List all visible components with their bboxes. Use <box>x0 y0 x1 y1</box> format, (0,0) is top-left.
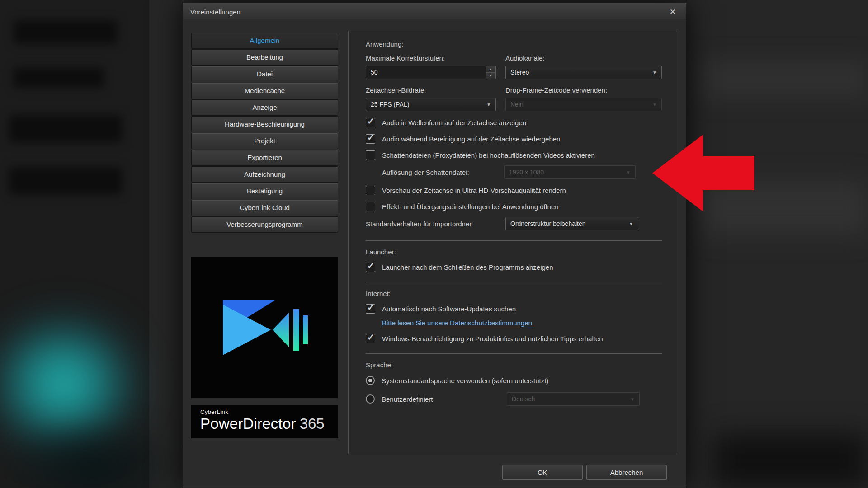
selected-value: Nein <box>510 101 524 108</box>
max-correction-label: Maximale Korrekturstufen: <box>366 54 505 62</box>
selected-value: 25 FPS (PAL) <box>371 101 409 108</box>
dropframe-label: Drop-Frame-Zeitcode verwenden: <box>505 86 677 94</box>
stepper-buttons: ▲ ▼ <box>486 66 495 79</box>
checkbox-windows-notifications[interactable]: ✓ Windows-Benachrichtigung zu Produktinf… <box>366 334 662 343</box>
sidebar-item-label: Verbesserungsprogramm <box>226 221 302 228</box>
brand-product: PowerDirector <box>200 415 296 432</box>
dropdown-arrow-icon: ▼ <box>486 102 491 107</box>
radio-system-language[interactable]: Systemstandardsprache verwenden (sofern … <box>366 376 662 385</box>
sidebar-item-label: Allgemein <box>250 37 280 44</box>
selected-value: 868 x 488 <box>509 169 544 176</box>
dialog-footer: OK Abbrechen <box>502 465 667 480</box>
sidebar-item-label: Aufzeichnung <box>244 170 285 178</box>
sidebar-item-exportieren[interactable]: Exportieren <box>191 150 338 166</box>
section-anwendung-heading: Anwendung: <box>366 40 662 48</box>
framerate-label: Zeitachsen-Bildrate: <box>366 86 505 94</box>
sidebar-item-verbesserungsprogramm[interactable]: Verbesserungsprogramm <box>191 216 338 233</box>
checkbox-label: Launcher nach dem Schließen des Programm… <box>382 263 553 271</box>
background-blur-shape <box>9 115 122 142</box>
checkbox-uhd-preview[interactable]: Vorschau der Zeitachse in Ultra HD-Vorsc… <box>366 186 662 195</box>
dropdown-arrow-icon: ▼ <box>652 102 657 107</box>
sidebar-item-anzeige[interactable]: Anzeige <box>191 99 338 116</box>
selected-value: Ordnerstruktur beibehalten <box>510 220 586 227</box>
powerdirector-logo <box>191 257 338 398</box>
selected-value: Stereo <box>510 69 529 76</box>
section-sprache-heading: Sprache: <box>366 361 662 369</box>
sidebar-item-label: Datei <box>257 70 273 78</box>
dropdown-arrow-icon: ▼ <box>652 70 657 75</box>
checkbox-audio-scrub[interactable]: ✓ Audio während Bereinigung auf der Zeit… <box>366 134 662 144</box>
checkbox-checked-icon: ✓ <box>366 263 375 272</box>
background-blur-shape <box>14 20 118 44</box>
checkbox-label: Audio während Bereinigung auf der Zeitac… <box>382 135 560 143</box>
background-blur-shape <box>9 167 122 194</box>
max-correction-input[interactable] <box>366 66 486 79</box>
audio-channels-label: Audiokanäle: <box>505 54 677 62</box>
checkbox-label: Effekt- und Übergangseinstellungen bei A… <box>382 203 559 211</box>
sidebar-item-bearbeitung[interactable]: Bearbeitung <box>191 49 338 66</box>
sidebar-item-bestaetigung[interactable]: Bestätigung <box>191 183 338 199</box>
sidebar-item-hardware[interactable]: Hardware-Beschleunigung <box>191 116 338 132</box>
shadow-resolution-label: Auflösung der Schattendatei: <box>382 169 504 176</box>
spinner-down-icon[interactable]: ▼ <box>486 72 495 79</box>
framerate-field: Zeitachsen-Bildrate: 25 FPS (PAL) ▼ <box>366 86 505 111</box>
sidebar-item-label: Anzeige <box>252 103 277 111</box>
sidebar-item-cyberlink-cloud[interactable]: CyberLink Cloud <box>191 200 338 216</box>
sidebar-item-datei[interactable]: Datei <box>191 66 338 82</box>
background-dark-blob <box>0 407 208 488</box>
checkbox-unchecked-icon <box>366 186 375 195</box>
radio-custom-language[interactable]: Benutzerdefiniert Deutsch ▼ <box>366 392 662 406</box>
audio-channels-select[interactable]: Stereo ▼ <box>505 66 662 79</box>
max-correction-stepper[interactable]: ▲ ▼ <box>366 66 496 79</box>
custom-language-select: Deutsch ▼ <box>507 392 640 406</box>
dropdown-arrow-icon: ▼ <box>629 221 633 226</box>
sidebar-item-allgemein[interactable]: Allgemein <box>191 33 338 49</box>
import-folder-select[interactable]: Ordnerstruktur beibehalten ▼ <box>505 217 638 230</box>
checkbox-unchecked-icon <box>366 150 375 160</box>
privacy-policy-link[interactable]: Bitte lesen Sie unsere Datenschutzbestim… <box>382 319 532 327</box>
checkbox-audio-waveform[interactable]: ✓ Audio in Wellenform auf der Zeitachse … <box>366 118 662 127</box>
selected-value: Deutsch <box>512 395 535 403</box>
import-folder-row: Standardverhalten für Importordner Ordne… <box>366 217 662 230</box>
powerdirector-logo-icon <box>217 294 312 361</box>
checkbox-shadow-files[interactable]: Schattendateien (Proxydateien) bei hocha… <box>366 150 662 160</box>
sidebar-item-mediencache[interactable]: Mediencache <box>191 83 338 99</box>
section-divider <box>366 353 662 354</box>
checkbox-software-updates[interactable]: ✓ Automatisch nach Software-Updates such… <box>366 304 662 314</box>
cancel-button[interactable]: Abbrechen <box>586 465 667 480</box>
brand-banner: CyberLink PowerDirector365 <box>191 405 338 438</box>
checkbox-launcher[interactable]: ✓ Launcher nach dem Schließen des Progra… <box>366 263 662 272</box>
checkbox-label: Audio in Wellenform auf der Zeitachse an… <box>382 119 526 127</box>
checkbox-checked-icon: ✓ <box>366 334 375 343</box>
sidebar-item-label: Mediencache <box>245 87 285 94</box>
background-blur-shape <box>714 434 868 488</box>
category-sidebar: Allgemein Bearbeitung Datei Mediencache … <box>191 33 338 233</box>
radio-selected-icon <box>366 376 375 385</box>
background-blur-shape <box>14 68 104 88</box>
import-folder-label: Standardverhalten für Importordner <box>366 220 505 228</box>
checkbox-label: Vorschau der Zeitachse in Ultra HD-Vorsc… <box>382 187 566 194</box>
section-divider <box>366 240 662 241</box>
close-icon[interactable]: ✕ <box>667 7 679 17</box>
shadow-resolution-row: Auflösung der Schattendatei: 868 x 488… <box>382 165 662 179</box>
dropdown-arrow-icon: ▼ <box>626 170 631 175</box>
sidebar-item-aufzeichnung[interactable]: Aufzeichnung <box>191 166 338 183</box>
sidebar-item-label: Bearbeitung <box>246 53 283 61</box>
checkbox-label: Automatisch nach Software-Updates suchen <box>382 305 516 313</box>
max-correction-field: Maximale Korrekturstufen: ▲ ▼ <box>366 54 505 79</box>
spinner-up-icon[interactable]: ▲ <box>486 66 495 72</box>
sidebar-item-label: CyberLink Cloud <box>240 204 290 211</box>
sidebar-item-label: Projekt <box>254 137 275 145</box>
ok-button[interactable]: OK <box>502 465 583 480</box>
section-divider <box>366 282 662 282</box>
dialog-titlebar[interactable]: Voreinstellungen ✕ <box>183 3 686 21</box>
checkbox-unchecked-icon <box>366 202 375 211</box>
radio-unselected-icon <box>366 394 375 404</box>
checkbox-effect-settings[interactable]: Effekt- und Übergangseinstellungen bei A… <box>366 202 662 211</box>
sidebar-item-projekt[interactable]: Projekt <box>191 133 338 149</box>
framerate-select[interactable]: 25 FPS (PAL) ▼ <box>366 98 496 111</box>
checkbox-label: Schattendateien (Proxydateien) bei hocha… <box>382 151 595 159</box>
brand-company: CyberLink <box>200 408 338 415</box>
dropdown-arrow-icon: ▼ <box>630 397 635 402</box>
radio-label: Benutzerdefiniert <box>382 395 507 403</box>
